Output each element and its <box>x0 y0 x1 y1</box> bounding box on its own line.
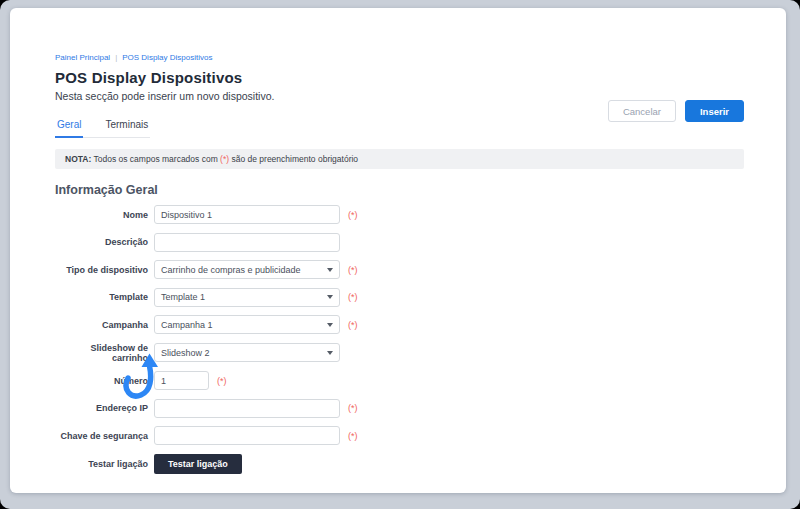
field-control: Testar ligação <box>154 454 242 474</box>
field-control: (*) <box>154 399 358 418</box>
field-control: (*) <box>154 426 358 445</box>
field-control: (*) <box>154 371 227 390</box>
breadcrumb-separator: | <box>115 53 117 62</box>
required-marker: (*) <box>348 210 358 220</box>
chevron-down-icon <box>327 268 333 272</box>
note-prefix: NOTA: <box>65 154 91 164</box>
input-descricao[interactable] <box>154 233 340 252</box>
field-label: Template <box>55 292 148 302</box>
form-row: Template Template 1(*) <box>55 288 744 307</box>
breadcrumb-link-pos-display-dispositivos[interactable]: POS Display Dispositivos <box>122 53 212 62</box>
form-row: Endereço IP (*) <box>55 399 744 418</box>
required-marker: (*) <box>217 376 227 386</box>
testar-ligacao-button[interactable]: Testar ligação <box>154 454 242 474</box>
field-control: Template 1(*) <box>154 288 358 307</box>
select-value: Carrinho de compras e publicidade <box>161 265 301 275</box>
tab-terminais[interactable]: Terminais <box>103 116 150 137</box>
select-value: Campanha 1 <box>161 320 213 330</box>
form-row: Slideshow de carrinho Slideshow 2 <box>55 343 744 363</box>
input-nome[interactable] <box>154 205 340 224</box>
required-marker: (*) <box>348 431 358 441</box>
form-row: Testar ligação Testar ligação <box>55 454 744 474</box>
note-bar: NOTA: Todos os campos marcados com (*) s… <box>55 149 744 169</box>
required-marker: (*) <box>348 265 358 275</box>
field-label: Campanha <box>55 320 148 330</box>
field-control: Campanha 1(*) <box>154 315 358 334</box>
field-control: (*) <box>154 205 358 224</box>
cancel-button[interactable]: Cancelar <box>608 100 676 122</box>
section-title: Informação Geral <box>55 183 744 197</box>
field-label: Chave de segurança <box>55 431 148 441</box>
required-marker: (*) <box>348 292 358 302</box>
field-control <box>154 233 340 252</box>
input-numero[interactable] <box>154 371 209 390</box>
header-actions: Cancelar Inserir <box>608 100 744 122</box>
breadcrumb-link-painel-principal[interactable]: Painel Principal <box>55 53 110 62</box>
field-control: Slideshow 2 <box>154 343 340 362</box>
chevron-down-icon <box>327 295 333 299</box>
note-text-after: são de preenchimento obrigatório <box>229 154 358 164</box>
select-value: Slideshow 2 <box>161 348 210 358</box>
input-chave-de-seguranca[interactable] <box>154 426 340 445</box>
note-text-before: Todos os campos marcados com <box>91 154 220 164</box>
field-label: Testar ligação <box>55 459 148 469</box>
select-slideshow-de-carrinho[interactable]: Slideshow 2 <box>154 343 340 362</box>
chevron-down-icon <box>327 351 333 355</box>
page-content: Painel Principal | POS Display Dispositi… <box>10 8 786 493</box>
field-label: Tipo de dispositivo <box>55 265 148 275</box>
required-marker: (*) <box>348 403 358 413</box>
form-row: Campanha Campanha 1(*) <box>55 315 744 334</box>
chevron-down-icon <box>327 323 333 327</box>
field-label: Endereço IP <box>55 403 148 413</box>
form-row: Descrição <box>55 233 744 252</box>
tab-bar: Geral Terminais <box>55 116 150 138</box>
form: Nome (*) Descrição Tipo de dispositivo C… <box>55 205 744 474</box>
required-marker: (*) <box>348 320 358 330</box>
input-endereco-ip[interactable] <box>154 399 340 418</box>
field-label: Nome <box>55 210 148 220</box>
select-value: Template 1 <box>161 292 205 302</box>
form-row: Chave de segurança (*) <box>55 426 744 445</box>
field-control: Carrinho de compras e publicidade(*) <box>154 260 358 279</box>
page-title: POS Display Dispositivos <box>55 69 744 86</box>
page-card: Painel Principal | POS Display Dispositi… <box>10 8 786 493</box>
breadcrumb: Painel Principal | POS Display Dispositi… <box>55 53 744 62</box>
form-row: Nome (*) <box>55 205 744 224</box>
app-background: Painel Principal | POS Display Dispositi… <box>0 0 800 509</box>
tab-geral[interactable]: Geral <box>55 116 83 138</box>
submit-button[interactable]: Inserir <box>685 100 744 122</box>
field-label: Descrição <box>55 237 148 247</box>
select-tipo-de-dispositivo[interactable]: Carrinho de compras e publicidade <box>154 260 340 279</box>
form-row: Tipo de dispositivo Carrinho de compras … <box>55 260 744 279</box>
note-required-marker: (*) <box>220 154 229 164</box>
select-template[interactable]: Template 1 <box>154 288 340 307</box>
field-label: Número <box>55 376 148 386</box>
form-row: Número (*) <box>55 371 744 390</box>
field-label: Slideshow de carrinho <box>55 343 148 363</box>
select-campanha[interactable]: Campanha 1 <box>154 315 340 334</box>
